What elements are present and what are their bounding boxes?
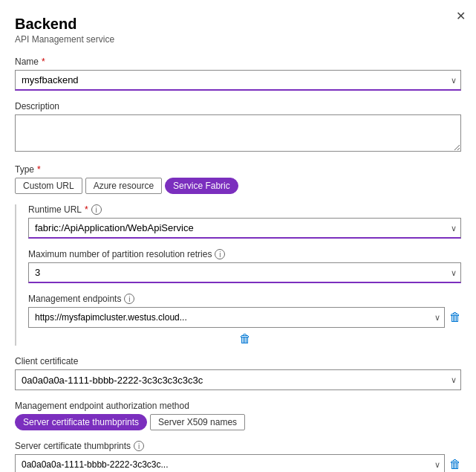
- client-cert-field-group: Client certificate 0a0a0a0a-1111-bbbb-22…: [15, 356, 461, 390]
- management-endpoints-field-group: Management endpoints i ∨ 🗑 🗑: [28, 294, 461, 346]
- thumbprints-label: Server certificate thumbprints i: [15, 441, 461, 451]
- auth-method-field-group: Management endpoint authorization method…: [15, 401, 461, 430]
- thumbprints-field-group: Server certificate thumbprints i ∨ 🗑 🗑: [15, 441, 461, 472]
- type-btn-service-fabric[interactable]: Service Fabric: [165, 178, 238, 194]
- auth-btn-x509[interactable]: Server X509 names: [150, 414, 245, 430]
- thumbprint-chevron-icon: ∨: [434, 460, 440, 470]
- auth-method-label: Management endpoint authorization method: [15, 401, 461, 411]
- delete-thumbprint-icon[interactable]: 🗑: [449, 458, 461, 471]
- runtime-url-input-wrapper: ∨: [28, 218, 461, 239]
- max-retries-label: Maximum number of partition resolution r…: [28, 249, 461, 259]
- client-cert-label: Client certificate: [15, 356, 461, 366]
- thumbprint-input[interactable]: [15, 454, 445, 472]
- type-label: Type *: [15, 164, 461, 175]
- max-retries-info-icon[interactable]: i: [215, 249, 225, 259]
- client-cert-select[interactable]: 0a0a0a0a-1111-bbbb-2222-3c3c3c3c3c3c: [15, 369, 461, 390]
- panel-title: Backend: [15, 15, 461, 33]
- auth-buttons: Server certificate thumbprints Server X5…: [15, 414, 461, 430]
- thumbprints-info-icon[interactable]: i: [134, 441, 144, 451]
- endpoint-chevron-icon: ∨: [434, 313, 440, 323]
- type-field-group: Type * Custom URL Azure resource Service…: [15, 164, 461, 194]
- runtime-url-field-group: Runtime URL * i ∨: [28, 204, 461, 239]
- runtime-url-input[interactable]: [28, 218, 461, 239]
- thumbprint-row: ∨ 🗑: [15, 454, 461, 472]
- type-btn-azure-resource[interactable]: Azure resource: [85, 178, 162, 194]
- delete-endpoint-icon[interactable]: 🗑: [449, 311, 461, 324]
- runtime-url-info-icon[interactable]: i: [91, 204, 102, 215]
- add-endpoint-icon[interactable]: 🗑: [239, 332, 251, 346]
- name-label: Name *: [15, 56, 461, 67]
- max-retries-input-wrapper: ∨: [28, 262, 461, 283]
- management-endpoints-label: Management endpoints i: [28, 294, 461, 304]
- description-input[interactable]: [15, 114, 461, 152]
- name-input-wrapper: ∨: [15, 70, 461, 91]
- endpoint-row: ∨ 🗑: [28, 307, 461, 328]
- close-button[interactable]: ✕: [456, 10, 466, 22]
- type-buttons: Custom URL Azure resource Service Fabric: [15, 178, 461, 194]
- name-input[interactable]: [15, 70, 461, 91]
- backend-panel: ✕ Backend API Management service Name * …: [0, 0, 476, 472]
- description-label: Description: [15, 101, 461, 111]
- runtime-url-label: Runtime URL * i: [28, 204, 461, 215]
- max-retries-field-group: Maximum number of partition resolution r…: [28, 249, 461, 283]
- service-fabric-section: Runtime URL * i ∨ Maximum number of part…: [15, 204, 461, 346]
- type-btn-custom-url[interactable]: Custom URL: [15, 178, 82, 194]
- management-endpoint-input[interactable]: [28, 307, 445, 328]
- max-retries-input[interactable]: [28, 262, 461, 283]
- thumbprint-input-wrap: ∨: [15, 454, 445, 472]
- auth-btn-thumbprints[interactable]: Server certificate thumbprints: [15, 414, 147, 430]
- management-endpoints-info-icon[interactable]: i: [124, 294, 134, 304]
- client-cert-input-wrapper: 0a0a0a0a-1111-bbbb-2222-3c3c3c3c3c3c ∨: [15, 369, 461, 390]
- name-field-group: Name * ∨: [15, 56, 461, 91]
- panel-subtitle: API Management service: [15, 34, 461, 45]
- add-endpoint-row: 🗑: [28, 332, 461, 346]
- endpoint-input-wrap: ∨: [28, 307, 445, 328]
- description-field-group: Description: [15, 101, 461, 154]
